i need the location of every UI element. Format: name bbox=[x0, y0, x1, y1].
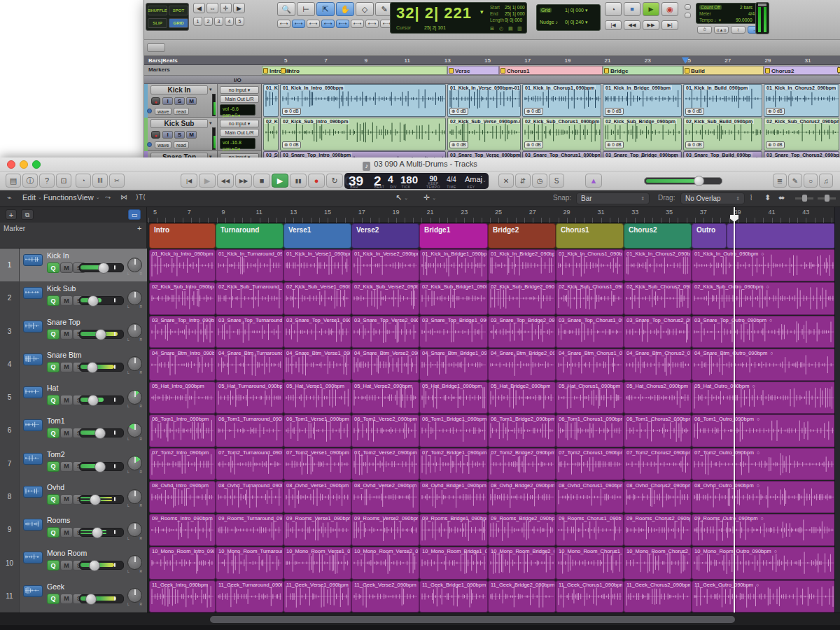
track-volume-slider[interactable] bbox=[79, 561, 124, 570]
pt-zoom-preset-3[interactable]: 3 bbox=[214, 17, 223, 26]
pt-region[interactable]: 01_Kick_In_Build_090bpm⊕ 0 dB bbox=[683, 84, 762, 117]
region-07_tom2_outro_090bpm[interactable]: 07_Tom2_Outro_090bpm○ bbox=[692, 448, 836, 480]
flex-icon[interactable]: ⋈ bbox=[120, 193, 127, 201]
region-08_ovhd_chorus2_090bpm[interactable]: 08_Ovhd_Chorus2_090bpm bbox=[624, 481, 692, 513]
volume-thumb[interactable] bbox=[90, 494, 101, 505]
region-08_ovhd_bridge2_090bpm[interactable]: 08_Ovhd_Bridge2_090bpm bbox=[488, 481, 556, 513]
horizontal-scrollbar[interactable] bbox=[0, 612, 840, 625]
region-11_geek_verse2_090bpm[interactable]: 11_Geek_Verse2_090bpm bbox=[351, 580, 419, 612]
pt-read-chip[interactable]: read bbox=[174, 141, 189, 148]
region-10_mono_room_intro_090bp[interactable]: 10_Mono_Room_Intro_090bp bbox=[149, 547, 216, 579]
left-click-tool-menu[interactable]: ↖⌄ bbox=[396, 193, 408, 202]
region-01_kick_in_outro_090bpm[interactable]: 01_Kick_In_Outro_090bpm○ bbox=[692, 249, 836, 281]
region-05_hat_chorus1_090bpm[interactable]: 05_Hat_Chorus1_090bpm bbox=[556, 382, 624, 414]
region-02_kick_sub_verse2_090bp[interactable]: 02_Kick_Sub_Verse2_090bp bbox=[351, 282, 419, 314]
region-06_tom1_verse1_090bpm[interactable]: 06_Tom1_Verse1_090bpm bbox=[284, 414, 351, 447]
track-volume-slider[interactable] bbox=[79, 296, 124, 305]
track-volume-slider[interactable] bbox=[79, 330, 124, 339]
pt-mode-grid[interactable]: GRID bbox=[169, 18, 188, 28]
region-10_mono_room_turnaround_[interactable]: 10_Mono_Room_Turnaround_ bbox=[216, 547, 284, 579]
count-in-button[interactable]: ✕ bbox=[498, 174, 514, 188]
catch-icon[interactable]: ⟩T⟨ bbox=[136, 193, 146, 201]
mute-button[interactable]: M bbox=[60, 527, 73, 538]
pt-marker-flag[interactable] bbox=[837, 67, 840, 73]
horizontal-zoom-slider[interactable] bbox=[818, 197, 836, 200]
pt-nudge-label[interactable]: Nudge ♪ bbox=[540, 20, 558, 24]
waveform-zoom-button[interactable]: ⦚ bbox=[750, 193, 752, 202]
add-marker-button[interactable]: + bbox=[137, 224, 141, 232]
quantize-button[interactable]: Q bbox=[47, 461, 59, 472]
region-01_kick_in_turnaround_090[interactable]: 01_Kick_In_Turnaround_090 bbox=[216, 249, 284, 281]
region-07_tom2_bridge1_090bpm[interactable]: 07_Tom2_Bridge1_090bpm bbox=[419, 448, 488, 480]
pan-knob[interactable]: LR bbox=[127, 588, 142, 603]
pt-main-counter-value[interactable]: 32| 2| 221 bbox=[396, 4, 472, 22]
volume-thumb[interactable] bbox=[95, 329, 106, 340]
region-07_tom2_intro_090bpm[interactable]: 07_Tom2_Intro_090bpm bbox=[149, 448, 216, 480]
region-10_mono_room_chorus2_09[interactable]: 10_Mono_Room_Chorus2_09 bbox=[624, 547, 692, 579]
arrangement-marker-verse1[interactable]: Verse1 bbox=[284, 223, 351, 248]
arrangement-marker-verse2[interactable]: Verse2 bbox=[351, 223, 419, 248]
pan-knob[interactable]: LR bbox=[127, 456, 142, 470]
pt-marker-flag[interactable] bbox=[685, 68, 690, 74]
cycle-button[interactable]: ↻ bbox=[326, 174, 343, 188]
region-03_snare_top_chorus2_090[interactable]: 03_Snare_Top_Chorus2_090 bbox=[624, 316, 692, 348]
region-08_ovhd_turnaround_090bp[interactable]: 08_Ovhd_Turnaround_090bp bbox=[216, 481, 284, 513]
pt-record-button[interactable]: ◉ bbox=[662, 2, 678, 16]
arrangement-marker-turnaround[interactable]: Turnaround bbox=[216, 223, 284, 248]
pt-output-selector[interactable]: Main Out L/R bbox=[220, 129, 259, 136]
region-02_kick_sub_intro_090bpm[interactable]: 02_Kick_Sub_Intro_090bpm bbox=[149, 282, 216, 314]
pt-zoom-btn-0[interactable]: ◀ bbox=[193, 3, 205, 13]
pt-record-arm[interactable]: ● bbox=[151, 97, 160, 105]
arrangement-marker-chorus2[interactable]: Chorus2 bbox=[624, 223, 692, 248]
pan-knob[interactable]: LR bbox=[127, 258, 142, 272]
logic-bar-ruler[interactable]: +⧉▭5791113151719212325272931333537394143 bbox=[0, 207, 840, 223]
trim-tool[interactable]: ⊢ bbox=[297, 2, 315, 16]
region-04_snare_btm_outro_090bpm[interactable]: 04_Snare_Btm_Outro_090bpm○ bbox=[692, 349, 836, 381]
smart-controls-button[interactable]: ◔ bbox=[76, 174, 91, 188]
region-08_ovhd_outro_090bpm[interactable]: 08_Ovhd_Outro_090bpm○ bbox=[692, 481, 836, 513]
drag-menu[interactable]: No Overlap⇕ bbox=[680, 192, 745, 204]
pt-region[interactable]: 01_Kick_In_Chorus2_090bpm⊕ 0 dB bbox=[764, 84, 839, 117]
arrangement-marker-outro[interactable]: Outro bbox=[692, 223, 727, 248]
region-06_tom1_bridge1_090bpm[interactable]: 06_Tom1_Bridge1_090bpm bbox=[419, 414, 488, 447]
pt-lcd-icon-3[interactable]: ▥ bbox=[517, 26, 522, 31]
mute-button[interactable]: M bbox=[60, 461, 73, 472]
vertical-scrollbar[interactable] bbox=[834, 207, 840, 612]
region-06_tom1_turnaround_090bp[interactable]: 06_Tom1_Turnaround_090bp bbox=[216, 414, 284, 447]
track-header-tom1[interactable]: 6Tom1QMSLR bbox=[0, 414, 147, 447]
pt-region[interactable]: 01_Kick_In_Verse_090bpm-01⊕ 0 dB bbox=[447, 84, 521, 117]
pt-lcd-icon-2[interactable]: ▤ bbox=[508, 26, 513, 31]
region-03_snare_top_chorus1_090[interactable]: 03_Snare_Top_Chorus1_090 bbox=[556, 316, 624, 348]
region-03_snare_top_turnaround_0[interactable]: 03_Snare_Top_Turnaround_0 bbox=[216, 316, 284, 348]
quantize-button[interactable]: Q bbox=[47, 329, 59, 340]
pt-mode-slip[interactable]: SLIP bbox=[148, 18, 167, 28]
volume-thumb[interactable] bbox=[94, 461, 106, 472]
region-06_tom1_chorus2_090bpm[interactable]: 06_Tom1_Chorus2_090bpm bbox=[624, 414, 692, 447]
region-06_tom1_bridge2_090bpm[interactable]: 06_Tom1_Bridge2_090bpm bbox=[488, 414, 556, 447]
region-11_geek_outro_090bpm[interactable]: 11_Geek_Outro_090bpm○ bbox=[692, 580, 836, 612]
pt-metronome-group-0[interactable]: ⏱ bbox=[697, 26, 712, 34]
quantize-button[interactable]: Q bbox=[47, 395, 59, 405]
pan-knob[interactable]: LR bbox=[127, 489, 142, 504]
loop-browser-button[interactable]: ○ bbox=[804, 174, 818, 188]
master-volume-slider[interactable] bbox=[644, 177, 722, 185]
region-03_snare_top_outro_090bpm[interactable]: 03_Snare_Top_Outro_090bpm○ bbox=[692, 316, 836, 348]
tuner-button[interactable]: ◷ bbox=[532, 174, 547, 188]
volume-thumb[interactable] bbox=[88, 395, 99, 406]
region-10_mono_room_outro_090bpm[interactable]: 10_Mono_Room_Outro_090bpm○ bbox=[692, 547, 836, 579]
horizontal-zoom-button[interactable]: ⬌ bbox=[778, 193, 785, 202]
region-09_rooms_turnaround_090[interactable]: 09_Rooms_Turnaround_090 bbox=[216, 514, 284, 546]
region-10_mono_room_verse2_090[interactable]: 10_Mono_Room_Verse2_090 bbox=[351, 547, 419, 579]
region-06_tom1_verse2_090bpm[interactable]: 06_Tom1_Verse2_090bpm bbox=[351, 414, 419, 447]
menu-view[interactable]: View⌄ bbox=[77, 193, 100, 202]
track-volume-slider[interactable] bbox=[79, 462, 124, 471]
pt-region[interactable]: 02_Kick_Sub_Chorus1_090bpm⊕ 0 dB bbox=[522, 118, 601, 150]
region-03_snare_top_verse1_090[interactable]: 03_Snare_Top_Verse1_090 bbox=[284, 316, 351, 348]
pt-input-selector[interactable]: no input ▾ bbox=[220, 120, 259, 127]
pt-marker-strip[interactable]: Verse bbox=[447, 66, 499, 75]
pt-automation-dot[interactable] bbox=[147, 108, 152, 113]
pt-marker-flag[interactable] bbox=[263, 68, 268, 74]
region-09_rooms_chorus1_090b[interactable]: 09_Rooms_Chorus1_090b bbox=[556, 514, 624, 546]
duplicate-track-button[interactable]: ⧉ bbox=[21, 209, 34, 220]
region-01_kick_in_intro_090bpm[interactable]: 01_Kick_In_Intro_090bpm bbox=[149, 249, 216, 281]
